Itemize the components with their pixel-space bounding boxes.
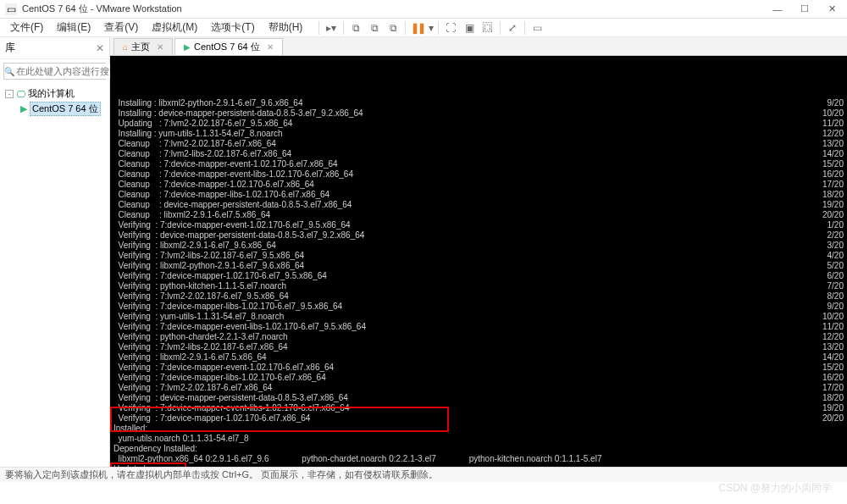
tree-vm[interactable]: ▶ CentOS 7 64 位 bbox=[2, 101, 108, 117]
computer-icon: 🖵 bbox=[16, 89, 25, 99]
console-button[interactable]: ⿴ bbox=[479, 19, 497, 36]
pause-dropdown[interactable]: ▾ bbox=[427, 19, 435, 36]
titlebar: ▭ CentOS 7 64 位 - VMware Workstation — ☐… bbox=[0, 0, 847, 19]
tab-home-label: 主页 bbox=[131, 41, 150, 53]
snapshot-button[interactable]: ⧉ bbox=[346, 19, 365, 36]
collapse-icon[interactable]: - bbox=[5, 90, 14, 98]
tree-vm-label: CentOS 7 64 位 bbox=[30, 102, 101, 116]
close-button[interactable]: ✕ bbox=[822, 3, 842, 16]
vm-icon: ▶ bbox=[20, 103, 27, 114]
tree-root-label: 我的计算机 bbox=[28, 87, 75, 100]
close-icon[interactable]: ✕ bbox=[96, 42, 104, 54]
sidebar-header: 库 ✕ bbox=[0, 37, 109, 59]
minimize-button[interactable]: — bbox=[767, 3, 788, 16]
tab-close-icon[interactable]: ✕ bbox=[157, 42, 163, 52]
pause-button[interactable]: ❚❚ bbox=[408, 19, 427, 36]
snapshot-revert-button[interactable]: ⧉ bbox=[384, 19, 402, 36]
search-box[interactable]: 🔍 ▾ bbox=[3, 63, 106, 80]
tab-home[interactable]: ⌂ 主页 ✕ bbox=[113, 38, 173, 55]
snapshot-manager-button[interactable]: ⧉ bbox=[365, 19, 384, 36]
settings-button[interactable]: ▭ bbox=[528, 19, 546, 36]
expand-button[interactable]: ⤢ bbox=[503, 19, 522, 36]
vm-tab-icon: ▶ bbox=[184, 42, 191, 52]
tab-close-icon[interactable]: ✕ bbox=[267, 42, 274, 52]
menu-tabs[interactable]: 选项卡(T) bbox=[204, 19, 261, 36]
maximize-button[interactable]: ☐ bbox=[794, 3, 815, 16]
menu-help[interactable]: 帮助(H) bbox=[262, 19, 310, 36]
home-icon: ⌂ bbox=[123, 42, 128, 52]
sidebar-title: 库 bbox=[5, 41, 15, 55]
menu-file[interactable]: 文件(F) bbox=[3, 19, 50, 36]
power-dropdown[interactable]: ▸▾ bbox=[322, 19, 340, 36]
statusbar: 要将输入定向到该虚拟机，请在虚拟机内部单击或按 Ctrl+G。 页面展示，非存储… bbox=[0, 467, 847, 482]
menu-vm[interactable]: 虚拟机(M) bbox=[145, 19, 204, 36]
status-text: 要将输入定向到该虚拟机，请在虚拟机内部单击或按 Ctrl+G。 页面展示，非存储… bbox=[5, 468, 438, 481]
menubar: 文件(F) 编辑(E) 查看(V) 虚拟机(M) 选项卡(T) 帮助(H) ▸▾… bbox=[0, 19, 847, 37]
vm-tree: - 🖵 我的计算机 ▶ CentOS 7 64 位 bbox=[0, 83, 109, 120]
unity-button[interactable]: ▣ bbox=[460, 19, 479, 36]
search-icon: 🔍 bbox=[4, 64, 14, 79]
menu-edit[interactable]: 编辑(E) bbox=[50, 19, 97, 36]
terminal-output[interactable]: Installing : libxml2-python-2.9.1-6.el7_… bbox=[110, 56, 847, 467]
sidebar: 库 ✕ 🔍 ▾ - 🖵 我的计算机 ▶ CentOS 7 64 位 bbox=[0, 37, 110, 467]
fullscreen-button[interactable]: ⛶ bbox=[441, 19, 460, 36]
app-icon: ▭ bbox=[5, 3, 17, 15]
tab-vm-label: CentOS 7 64 位 bbox=[194, 41, 260, 53]
tabbar: ⌂ 主页 ✕ ▶ CentOS 7 64 位 ✕ bbox=[110, 37, 847, 56]
watermark: CSDN @努力的小周同学 bbox=[718, 481, 832, 496]
menu-view[interactable]: 查看(V) bbox=[97, 19, 145, 36]
window-title: CentOS 7 64 位 - VMware Workstation bbox=[22, 3, 767, 15]
tree-root[interactable]: - 🖵 我的计算机 bbox=[2, 86, 108, 101]
tab-vm[interactable]: ▶ CentOS 7 64 位 ✕ bbox=[174, 38, 283, 55]
